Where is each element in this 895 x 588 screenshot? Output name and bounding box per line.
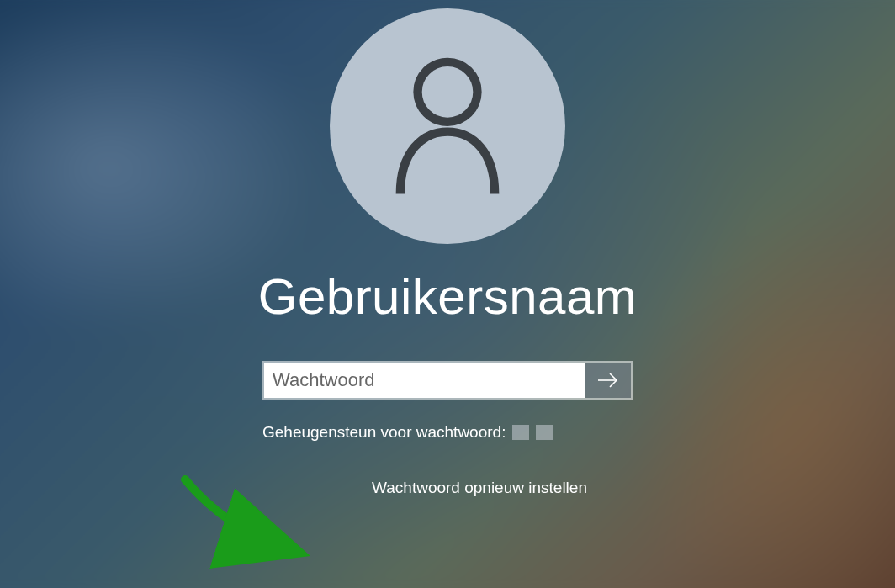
- hint-redacted-box: [536, 425, 553, 440]
- svg-point-0: [418, 62, 478, 122]
- password-hint-label: Geheugensteun voor wachtwoord:: [262, 423, 506, 442]
- reset-password-link[interactable]: Wachtwoord opnieuw instellen: [372, 479, 587, 497]
- user-avatar: [330, 8, 565, 244]
- password-field-row: [262, 361, 633, 400]
- login-screen: Gebruikersnaam Geheugensteun voor wachtw…: [0, 0, 895, 588]
- password-hint-row: Geheugensteun voor wachtwoord:: [262, 423, 633, 442]
- arrow-right-icon: [596, 370, 620, 390]
- submit-button[interactable]: [585, 363, 631, 398]
- hint-redacted-box: [512, 425, 529, 440]
- person-icon: [384, 55, 511, 198]
- username-display: Gebruikersnaam: [258, 268, 638, 326]
- password-input[interactable]: [264, 363, 585, 398]
